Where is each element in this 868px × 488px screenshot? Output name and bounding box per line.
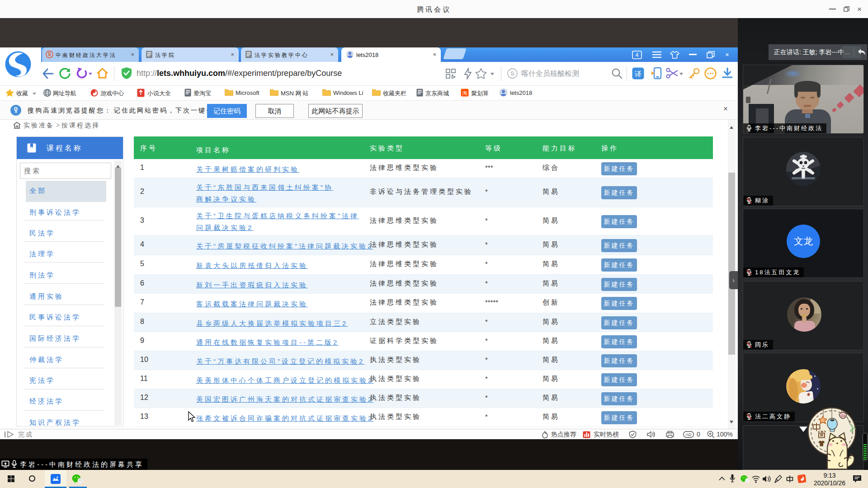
svg-text:淘: 淘: [462, 90, 467, 96]
svg-text:4: 4: [636, 52, 639, 58]
svg-text:AD: AD: [686, 432, 692, 437]
svg-text:S: S: [48, 52, 51, 57]
svg-text:译: 译: [634, 70, 642, 78]
svg-text:S: S: [510, 70, 514, 77]
